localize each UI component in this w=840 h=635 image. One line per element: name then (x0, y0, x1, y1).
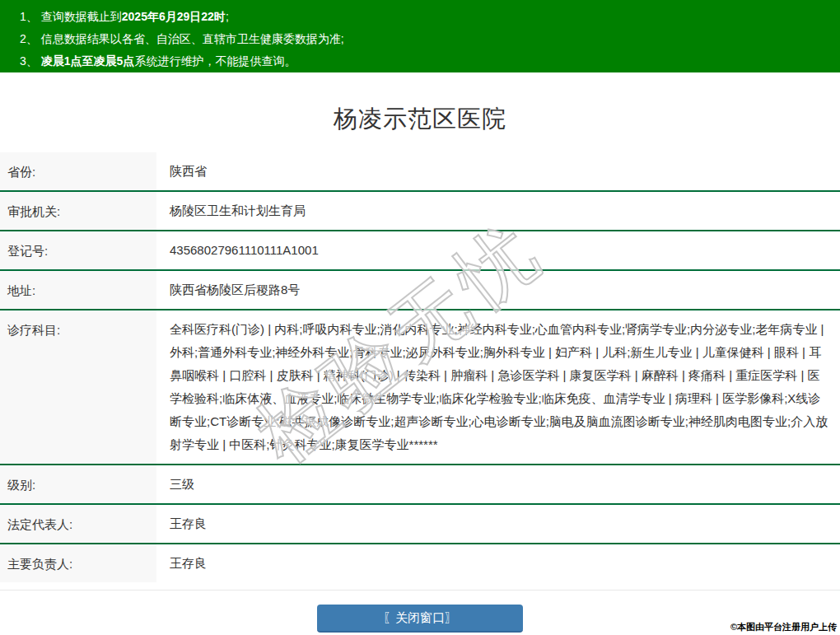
row-label: 诊疗科目: (0, 310, 156, 464)
row-label: 地址: (0, 271, 156, 309)
notice-list: 1、查询数据截止到2025年6月29日22时;2、信息数据结果以各省、自治区、直… (20, 6, 832, 72)
notice-number: 3、 (20, 50, 38, 72)
row-value: 王存良 (156, 544, 840, 582)
table-row: 地址:陕西省杨陵区后稷路8号 (0, 271, 840, 310)
notice-text: 凌晨1点至凌晨5点系统进行维护，不能提供查询。 (41, 50, 296, 72)
row-value: 三级 (156, 465, 840, 503)
close-window-button[interactable]: 〖关闭窗口〗 (317, 605, 523, 633)
table-row: 省份:陕西省 (0, 152, 840, 192)
row-label: 法定代表人: (0, 505, 156, 543)
table-row: 诊疗科目:全科医疗科(门诊) | 内科;呼吸内科专业;消化内科专业;神经内科专业… (0, 310, 840, 465)
table-row: 法定代表人:王存良 (0, 505, 840, 544)
row-value: 陕西省杨陵区后稷路8号 (156, 271, 840, 309)
table-row: 主要负责人:王存良 (0, 544, 840, 584)
row-label: 省份: (0, 152, 156, 190)
footer-divider (0, 590, 840, 591)
row-value: 杨陵区卫生和计划生育局 (156, 192, 840, 230)
row-label: 登记号: (0, 231, 156, 269)
page-title: 杨凌示范区医院 (0, 104, 840, 133)
banner-notice: 3、凌晨1点至凌晨5点系统进行维护，不能提供查询。 (20, 50, 832, 72)
footer-bar: 〖关闭窗口〗 (0, 582, 840, 635)
copyright-stamp: ©本图由平台注册用户上传 (730, 621, 837, 633)
row-value: 全科医疗科(门诊) | 内科;呼吸内科专业;消化内科专业;神经内科专业;心血管内… (156, 310, 840, 464)
table-row: 级别:三级 (0, 465, 840, 505)
notice-banner: 1、查询数据截止到2025年6月29日22时;2、信息数据结果以各省、自治区、直… (0, 0, 840, 72)
row-value: 陕西省 (156, 152, 840, 190)
notice-number: 2、 (20, 28, 38, 50)
table-row: 审批机关:杨陵区卫生和计划生育局 (0, 192, 840, 231)
info-table: 省份:陕西省审批机关:杨陵区卫生和计划生育局登记号:43568027961110… (0, 152, 840, 584)
row-label: 级别: (0, 465, 156, 503)
banner-notice: 2、信息数据结果以各省、自治区、直辖市卫生健康委数据为准; (20, 28, 832, 50)
banner-notice: 1、查询数据截止到2025年6月29日22时; (20, 6, 832, 28)
row-value: 王存良 (156, 505, 840, 543)
row-label: 主要负责人: (0, 544, 156, 582)
notice-text: 信息数据结果以各省、自治区、直辖市卫生健康委数据为准; (41, 28, 344, 50)
table-row: 登记号:43568027961110111A1001 (0, 231, 840, 271)
row-value: 43568027961110111A1001 (156, 231, 840, 269)
row-label: 审批机关: (0, 192, 156, 230)
hospital-info-page: 1、查询数据截止到2025年6月29日22时;2、信息数据结果以各省、自治区、直… (0, 0, 840, 635)
notice-number: 1、 (20, 6, 38, 28)
notice-text: 查询数据截止到2025年6月29日22时; (41, 6, 229, 28)
